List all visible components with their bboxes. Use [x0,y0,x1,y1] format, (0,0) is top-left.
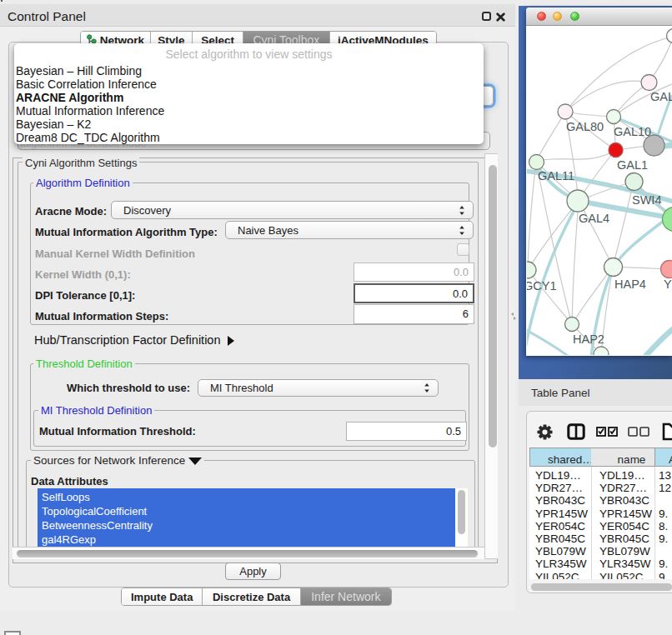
svg-text:YD: YD [664,278,672,291]
svg-text:SWI4: SWI4 [632,193,661,207]
svg-text:HAP2: HAP2 [573,332,604,346]
svg-text:GAL80: GAL80 [566,120,604,133]
svg-text:GAL10: GAL10 [614,125,651,138]
svg-text:GAL7: GAL7 [650,90,672,103]
svg-text:GAL1: GAL1 [617,158,648,172]
svg-text:GAL4: GAL4 [579,212,609,225]
svg-text:HAP4: HAP4 [614,278,646,291]
svg-text:GCY1: GCY1 [527,279,557,292]
svg-text:GAL11: GAL11 [538,169,574,182]
